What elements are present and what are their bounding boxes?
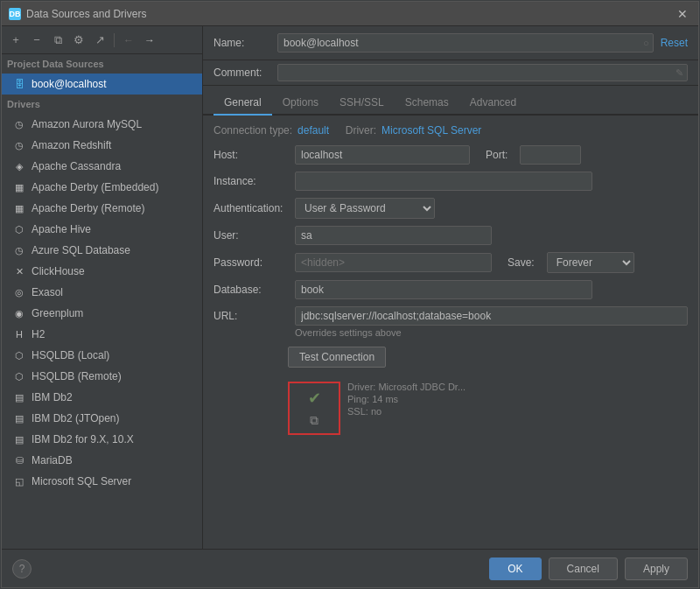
comment-input-wrap: ✎ (277, 64, 688, 81)
url-input[interactable] (295, 306, 688, 326)
password-label: Password: (214, 256, 288, 269)
reset-link[interactable]: Reset (661, 37, 688, 49)
sidebar-item-apache-cassandra[interactable]: ◈ Apache Cassandra (2, 156, 202, 177)
tab-schemas[interactable]: Schemas (395, 91, 459, 116)
main-content: + − ⧉ ⚙ ↗ ← → Project Data Sources 🗄 boo… (2, 26, 698, 549)
driver-value[interactable]: Microsoft SQL Server (382, 124, 481, 137)
sidebar-item-microsoft-sql-server[interactable]: ◱ Microsoft SQL Server (2, 471, 202, 492)
url-label: URL: (214, 310, 288, 322)
sidebar-item-exasol[interactable]: ◎ Exasol (2, 282, 202, 303)
instance-label: Instance: (214, 175, 288, 187)
forward-button[interactable]: → (141, 32, 158, 49)
comment-icon: ✎ (676, 67, 683, 79)
help-button[interactable]: ? (12, 559, 32, 578)
connection-type-value[interactable]: default (298, 124, 329, 137)
test-connection-button[interactable]: Test Connection (288, 347, 386, 368)
test-result-area: ✔ ⧉ Driver: Microsoft JDBC Dr... Ping: 1… (288, 382, 688, 435)
connection-type-row: Connection type: default Driver: Microso… (214, 124, 688, 137)
duplicate-datasource-button[interactable]: ⧉ (49, 32, 66, 49)
port-input[interactable] (520, 145, 581, 165)
sidebar-item-apache-hive[interactable]: ⬡ Apache Hive (2, 219, 202, 240)
sidebar-item-apache-derby-embedded[interactable]: ▦ Apache Derby (Embedded) (2, 177, 202, 198)
settings-datasource-button[interactable]: ⚙ (70, 32, 88, 49)
auth-select[interactable]: User & Password Windows Credentials No a… (295, 198, 435, 219)
sidebar-item-mariadb[interactable]: ⛁ MariaDB (2, 450, 202, 471)
database-input[interactable] (295, 280, 592, 299)
ok-button[interactable]: OK (489, 557, 541, 580)
copy-icon[interactable]: ⧉ (310, 413, 318, 428)
sidebar-item-amazon-aurora-mysql[interactable]: ◷ Amazon Aurora MySQL (2, 114, 202, 135)
sidebar-toolbar: + − ⧉ ⚙ ↗ ← → (2, 26, 202, 54)
sidebar-item-amazon-redshift[interactable]: ◷ Amazon Redshift (2, 135, 202, 156)
driver-icon: ▦ (12, 182, 26, 193)
driver-icon: ◉ (12, 308, 26, 319)
sidebar-item-ibm-db2-9x[interactable]: ▤ IBM Db2 for 9.X, 10.X (2, 429, 202, 450)
toolbar-separator (114, 33, 115, 47)
password-input[interactable] (295, 253, 492, 272)
sidebar-item-ibm-db2-jtopen[interactable]: ▤ IBM Db2 (JTOpen) (2, 408, 202, 429)
sidebar-item-book-localhost[interactable]: 🗄 book@localhost (2, 74, 202, 95)
driver-icon: ⛁ (12, 455, 26, 466)
driver-icon: ⬡ (12, 350, 26, 361)
host-input[interactable] (295, 145, 470, 165)
tab-options[interactable]: Options (272, 91, 329, 116)
sidebar-item-ibm-db2[interactable]: ▤ IBM Db2 (2, 387, 202, 408)
user-input[interactable] (295, 226, 492, 245)
driver-icon: ◷ (12, 140, 26, 151)
sidebar-item-azure-sql[interactable]: ◷ Azure SQL Database (2, 240, 202, 261)
driver-icon: H (12, 329, 26, 340)
comment-label: Comment: (214, 67, 270, 79)
driver-icon: ⬡ (12, 224, 26, 235)
data-sources-dialog: DB Data Sources and Drivers ✕ + − ⧉ ⚙ ↗ … (1, 1, 699, 588)
driver-icon: ⬡ (12, 371, 26, 382)
check-icon: ✔ (308, 389, 321, 408)
connection-type-label: Connection type: (214, 124, 292, 137)
close-button[interactable]: ✕ (674, 7, 691, 21)
driver-icon: ◷ (12, 119, 26, 130)
remove-datasource-button[interactable]: − (28, 32, 46, 49)
auth-label: Authentication: (214, 202, 288, 214)
driver-icon: ◎ (12, 287, 26, 298)
content-area: Connection type: default Driver: Microso… (203, 116, 698, 549)
name-label: Name: (214, 37, 270, 49)
sidebar-item-apache-derby-remote[interactable]: ▦ Apache Derby (Remote) (2, 198, 202, 219)
apply-button[interactable]: Apply (625, 557, 688, 580)
sidebar-item-hsqldb-remote[interactable]: ⬡ HSQLDB (Remote) (2, 366, 202, 387)
sidebar-item-greenplum[interactable]: ◉ Greenplum (2, 303, 202, 324)
back-button[interactable]: ← (120, 32, 137, 49)
sidebar-item-hsqldb-local[interactable]: ⬡ HSQLDB (Local) (2, 345, 202, 366)
driver-icon: ✕ (12, 266, 26, 277)
test-result-text: Driver: Microsoft JDBC Dr... Ping: 14 ms… (347, 382, 466, 418)
name-row: Name: ○ Reset (203, 26, 698, 60)
driver-icon: ▦ (12, 203, 26, 214)
clear-icon[interactable]: ○ (643, 38, 649, 48)
driver-icon: ▤ (12, 434, 26, 445)
url-row: URL: (214, 306, 688, 326)
sidebar-item-h2[interactable]: H H2 (2, 324, 202, 345)
more-datasource-button[interactable]: ↗ (91, 32, 108, 49)
test-result-box: ✔ ⧉ (288, 382, 340, 435)
name-input[interactable] (277, 33, 654, 53)
right-panel: Name: ○ Reset Comment: ✎ General Options (203, 26, 698, 549)
driver-icon: ▤ (12, 413, 26, 424)
instance-input[interactable] (295, 172, 592, 191)
tab-ssh-ssl[interactable]: SSH/SSL (329, 91, 395, 116)
port-label: Port: (486, 149, 508, 161)
tab-general[interactable]: General (214, 91, 272, 116)
name-input-wrap: ○ (277, 33, 654, 53)
test-connection-wrap: Test Connection (288, 347, 688, 375)
save-select[interactable]: Forever Until restart Never (547, 252, 634, 273)
project-datasources-header: Project Data Sources (2, 54, 202, 74)
sidebar-item-clickhouse[interactable]: ✕ ClickHouse (2, 261, 202, 282)
cancel-button[interactable]: Cancel (549, 557, 618, 580)
database-icon: 🗄 (12, 79, 26, 89)
add-datasource-button[interactable]: + (7, 32, 24, 49)
user-row: User: (214, 226, 688, 245)
driver-label: Driver: (346, 124, 376, 137)
tab-advanced[interactable]: Advanced (459, 91, 527, 116)
sidebar-list: Project Data Sources 🗄 book@localhost Dr… (2, 54, 202, 549)
bottom-actions: OK Cancel Apply (489, 557, 688, 580)
comment-input[interactable] (277, 64, 688, 81)
driver-icon: ◈ (12, 161, 26, 172)
overrides-text: Overrides settings above (295, 327, 688, 338)
